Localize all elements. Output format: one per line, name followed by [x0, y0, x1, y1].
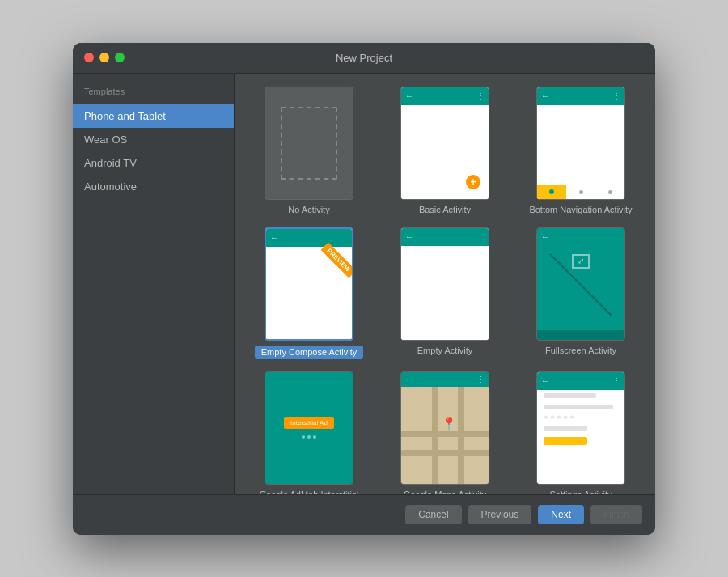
basic-activity-mock: ← ⋮ + [401, 87, 489, 199]
template-grid: No Activity ← ⋮ + [248, 87, 642, 494]
maps-container: ← ⋮ 📍 [401, 372, 489, 484]
back-icon4: ← [405, 232, 413, 241]
previous-button[interactable]: Previous [468, 505, 532, 524]
new-project-window: New Project Templates Phone and Tablet W… [73, 43, 655, 535]
settings-preview: ← ⋮ [536, 371, 625, 485]
bottom-nav-label: Bottom Navigation Activity [529, 205, 632, 214]
template-card-no-activity[interactable]: No Activity [248, 87, 370, 214]
star-1 [544, 415, 548, 420]
compose-body: PREVIEW [266, 247, 352, 339]
no-activity-icon [281, 107, 337, 180]
bottom-nav-mock: ← ⋮ [537, 87, 624, 199]
star-4 [563, 415, 568, 420]
templates-area: No Activity ← ⋮ + [235, 74, 655, 494]
fullscreen-label: Fullscreen Activity [545, 346, 616, 355]
interstitial-preview: Interstitial Ad [265, 371, 353, 485]
bnav-item-3 [595, 185, 624, 199]
footer: Cancel Previous Next Finish [73, 494, 655, 535]
sidebar-item-wear-os[interactable]: Wear OS [73, 128, 234, 151]
bnav-dot-3 [608, 190, 612, 194]
fullscreen-bottom-bar [537, 330, 624, 340]
close-button[interactable] [84, 53, 94, 62]
bottom-nav-topbar: ← ⋮ [537, 87, 624, 105]
ad-dot-1 [302, 435, 305, 439]
star-2 [550, 415, 555, 420]
basic-activity-label: Basic Activity [419, 205, 471, 214]
basic-topbar: ← ⋮ [401, 87, 489, 105]
fab-icon: + [466, 175, 480, 189]
template-card-maps[interactable]: ← ⋮ 📍 Google Maps Ac [383, 371, 506, 494]
template-card-empty-compose[interactable]: ← PREVIEW Empty Compose Activity [248, 227, 370, 359]
template-card-bottom-nav[interactable]: ← ⋮ [519, 87, 642, 214]
basic-activity-preview: ← ⋮ + [400, 87, 489, 200]
ad-dot-3 [313, 435, 316, 439]
sidebar: Templates Phone and Tablet Wear OS Andro… [73, 74, 235, 494]
star-3 [557, 415, 561, 420]
maps-label: Google Maps Activity [404, 490, 487, 494]
maximize-button[interactable] [115, 53, 125, 62]
interstitial-label: Google AdMob Interstitial Activity [248, 490, 370, 494]
cancel-button[interactable]: Cancel [405, 505, 461, 524]
minimize-button[interactable] [99, 53, 109, 62]
template-card-empty-activity[interactable]: ← Empty Activity [383, 227, 506, 359]
sidebar-item-phone-tablet[interactable]: Phone and Tablet [73, 104, 234, 128]
maps-topbar: ← ⋮ [401, 372, 489, 388]
empty-activity-label: Empty Activity [417, 346, 472, 355]
sidebar-item-android-tv[interactable]: Android TV [73, 151, 234, 175]
next-button[interactable]: Next [538, 505, 584, 524]
map-pin-icon: 📍 [441, 416, 457, 431]
settings-mock: ← ⋮ [537, 372, 624, 484]
expand-icon: ⤢ [578, 257, 584, 265]
bnav-dot-1 [549, 189, 554, 194]
settings-action-btn [544, 437, 587, 445]
settings-stars [544, 415, 618, 420]
empty-compose-mock: ← PREVIEW [266, 229, 352, 339]
basic-body: + [401, 105, 489, 199]
back-icon3: ← [270, 233, 278, 242]
ad-label: Interstitial Ad [284, 417, 334, 429]
empty-compose-label: Empty Compose Activity [255, 346, 364, 359]
maps-mock: 📍 [401, 387, 489, 483]
finish-button[interactable]: Finish [590, 505, 642, 524]
sidebar-item-automotive[interactable]: Automotive [73, 175, 234, 198]
titlebar: New Project [73, 43, 655, 74]
maps-menu-icon: ⋮ [476, 375, 485, 384]
compose-topbar: ← [266, 229, 352, 247]
window-title: New Project [336, 52, 392, 64]
main-content: Templates Phone and Tablet Wear OS Andro… [73, 74, 655, 494]
bottom-nav-body [537, 105, 624, 185]
star-5 [569, 415, 574, 420]
no-activity-label: No Activity [288, 205, 329, 214]
template-card-interstitial[interactable]: Interstitial Ad Google AdMob Interstitia… [248, 371, 370, 494]
empty-topbar: ← [401, 228, 489, 246]
map-road-v1 [432, 387, 438, 483]
template-card-fullscreen[interactable]: ← ⤢ Fullscreen Activity [519, 227, 642, 359]
traffic-lights [84, 53, 125, 62]
template-card-settings[interactable]: ← ⋮ [519, 371, 642, 494]
fullscreen-topbar: ← [537, 228, 624, 246]
back-icon: ← [405, 91, 413, 100]
fullscreen-frame-icon: ⤢ [572, 254, 590, 269]
back-icon7: ← [541, 376, 549, 385]
settings-line-1 [544, 393, 596, 398]
bnav-item-1 [537, 185, 566, 199]
ad-dot-2 [307, 435, 311, 439]
compose-badge: PREVIEW [321, 242, 352, 278]
fullscreen-mock: ← ⤢ [537, 228, 624, 340]
back-icon2: ← [541, 91, 549, 100]
fullscreen-preview: ← ⤢ [536, 227, 625, 341]
sidebar-label: Templates [73, 82, 234, 104]
empty-activity-mock: ← [401, 228, 489, 340]
menu-icon: ⋮ [476, 91, 485, 100]
menu-icon2: ⋮ [612, 91, 620, 100]
settings-menu-icon: ⋮ [612, 376, 620, 385]
settings-topbar: ← ⋮ [537, 372, 624, 390]
bnav-item-2 [566, 185, 595, 199]
template-card-basic-activity[interactable]: ← ⋮ + Basic Activity [383, 87, 506, 214]
bottom-nav-bar [537, 185, 624, 199]
ad-mock: Interstitial Ad [265, 372, 353, 484]
bottom-nav-preview: ← ⋮ [536, 87, 625, 200]
bnav-dot-2 [579, 190, 583, 194]
back-icon6: ← [405, 375, 413, 384]
settings-line-2 [544, 405, 613, 409]
